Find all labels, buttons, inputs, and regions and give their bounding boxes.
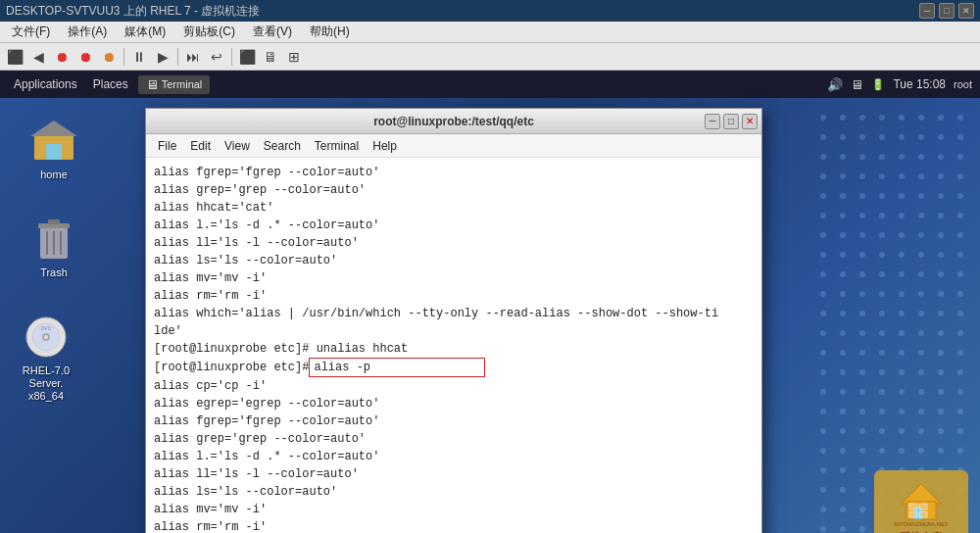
svg-point-20: [899, 154, 905, 160]
svg-point-105: [840, 369, 846, 375]
terminal-menu-file[interactable]: File: [152, 138, 182, 154]
svg-point-25: [840, 173, 846, 179]
vm-maximize-btn[interactable]: □: [939, 3, 955, 19]
menu-file[interactable]: 文件(F): [4, 22, 58, 42]
terminal-menu-help[interactable]: Help: [367, 138, 403, 154]
svg-point-7: [957, 115, 963, 121]
toolbar-play[interactable]: ▶: [152, 46, 173, 68]
svg-point-37: [918, 193, 924, 199]
svg-point-26: [859, 173, 865, 179]
toolbar-btn-back[interactable]: ◀: [27, 46, 49, 68]
toolbar-btn-orange[interactable]: ⏺: [98, 46, 120, 68]
svg-point-144: [820, 467, 826, 473]
terminal-menu-search[interactable]: Search: [258, 138, 307, 154]
battery-icon[interactable]: 🔋: [871, 78, 885, 91]
svg-point-14: [938, 134, 944, 140]
svg-point-12: [899, 134, 905, 140]
svg-point-9: [840, 134, 846, 140]
svg-point-140: [899, 448, 905, 454]
menu-media[interactable]: 媒体(M): [117, 22, 173, 42]
toolbar-btn-6[interactable]: ↩: [206, 46, 227, 68]
vm-toolbar: ⬛ ◀ ⏺ ⏺ ⏺ ⏸ ▶ ⏭ ↩ ⬛ 🖥 ⊞: [0, 43, 980, 71]
trash-icon: [30, 216, 77, 263]
svg-point-23: [957, 154, 963, 160]
terminal-output-line-1: alias fgrep='fgrep --color=auto' alias g…: [154, 164, 754, 358]
svg-point-132: [899, 428, 905, 434]
svg-point-18: [859, 154, 865, 160]
terminal-output-line-2: alias cp='cp -i' alias egrep='egrep --co…: [154, 377, 754, 533]
desktop-content: // dots rendered in CSS below: [0, 98, 980, 533]
volume-icon[interactable]: 🔊: [827, 77, 843, 92]
terminal-title-bar: root@linuxprobe:/test/qq/etc ─ □ ✕: [146, 109, 761, 134]
svg-point-88: [820, 330, 826, 336]
terminal-close-btn[interactable]: ✕: [742, 114, 758, 129]
toolbar-btn-red2[interactable]: ⏺: [74, 46, 96, 68]
terminal-menu-edit[interactable]: Edit: [184, 138, 217, 154]
terminal-menu-terminal[interactable]: Terminal: [309, 138, 365, 154]
toolbar-pause[interactable]: ⏸: [128, 46, 150, 68]
toolbar-btn-7[interactable]: ⬛: [236, 46, 258, 68]
svg-point-123: [879, 409, 885, 414]
svg-point-146: [859, 467, 865, 473]
svg-point-29: [918, 173, 924, 179]
desktop-icon-home[interactable]: home: [20, 118, 88, 181]
toolbar-sep-1: [123, 48, 124, 66]
svg-point-98: [859, 350, 865, 356]
svg-point-142: [938, 448, 944, 454]
svg-point-10: [859, 134, 865, 140]
svg-point-121: [840, 409, 846, 414]
desktop-icon-dvd[interactable]: DVD RHEL-7.0 Server. x86_64: [12, 314, 80, 404]
svg-point-170: [859, 526, 865, 532]
svg-point-53: [918, 232, 924, 238]
svg-point-127: [957, 409, 963, 414]
home-label: home: [20, 169, 88, 181]
svg-point-119: [957, 389, 963, 395]
terminal-window: root@linuxprobe:/test/qq/etc ─ □ ✕ File …: [145, 108, 762, 533]
svg-point-44: [899, 213, 905, 218]
svg-point-114: [859, 389, 865, 395]
toolbar-btn-1[interactable]: ⬛: [4, 46, 25, 68]
svg-point-92: [899, 330, 905, 336]
vm-close-btn[interactable]: ✕: [958, 3, 974, 19]
menu-help[interactable]: 帮助(H): [302, 22, 358, 42]
desktop-icon-trash[interactable]: Trash: [20, 216, 88, 279]
toolbar-btn-red1[interactable]: ⏺: [51, 46, 73, 68]
svg-point-154: [859, 487, 865, 493]
svg-point-91: [879, 330, 885, 336]
svg-point-93: [918, 330, 924, 336]
svg-point-145: [840, 467, 846, 473]
vm-minimize-btn[interactable]: ─: [919, 3, 935, 19]
svg-point-4: [899, 115, 905, 121]
terminal-body[interactable]: alias fgrep='fgrep --color=auto' alias g…: [146, 158, 761, 533]
svg-point-67: [879, 271, 885, 277]
svg-point-83: [879, 311, 885, 316]
places-menu[interactable]: Places: [87, 75, 134, 93]
terminal-menu-view[interactable]: View: [219, 138, 256, 154]
menu-clipboard[interactable]: 剪贴板(C): [175, 22, 243, 42]
svg-point-1: [840, 115, 846, 121]
toolbar-btn-5[interactable]: ⏭: [182, 46, 204, 68]
svg-point-31: [957, 173, 963, 179]
applications-menu[interactable]: Applications: [8, 75, 83, 93]
svg-text:XITONGZHIJIA.NET: XITONGZHIJIA.NET: [894, 521, 949, 527]
svg-point-116: [899, 389, 905, 395]
terminal-launcher[interactable]: 🖥 Terminal: [138, 75, 211, 94]
svg-point-100: [899, 350, 905, 356]
svg-point-73: [840, 291, 846, 297]
svg-point-50: [859, 232, 865, 238]
svg-point-81: [840, 311, 846, 316]
svg-point-47: [957, 213, 963, 218]
toolbar-btn-8[interactable]: 🖥: [260, 46, 281, 68]
menu-view[interactable]: 查看(V): [245, 22, 300, 42]
svg-point-130: [859, 428, 865, 434]
menu-action[interactable]: 操作(A): [60, 22, 115, 42]
terminal-minimize-btn[interactable]: ─: [705, 114, 720, 129]
svg-point-118: [938, 389, 944, 395]
svg-point-40: [820, 213, 826, 218]
svg-point-110: [938, 369, 944, 375]
toolbar-btn-9[interactable]: ⊞: [283, 46, 305, 68]
network-icon[interactable]: 🖥: [851, 77, 863, 92]
terminal-maximize-btn[interactable]: □: [723, 114, 739, 129]
vm-titlebar: DESKTOP-SVTVUU3 上的 RHEL 7 - 虚拟机连接 ─ □ ✕: [0, 0, 980, 22]
svg-rect-187: [46, 144, 62, 160]
